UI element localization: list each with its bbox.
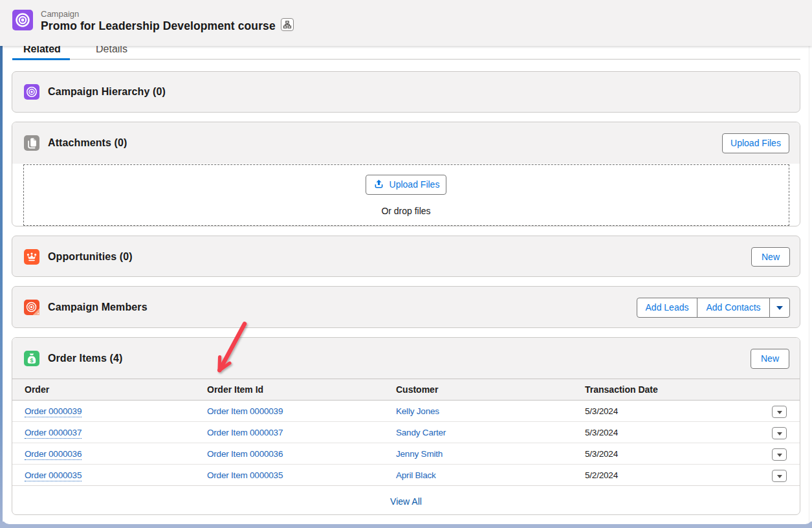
svg-text:$: $ [30, 357, 33, 364]
